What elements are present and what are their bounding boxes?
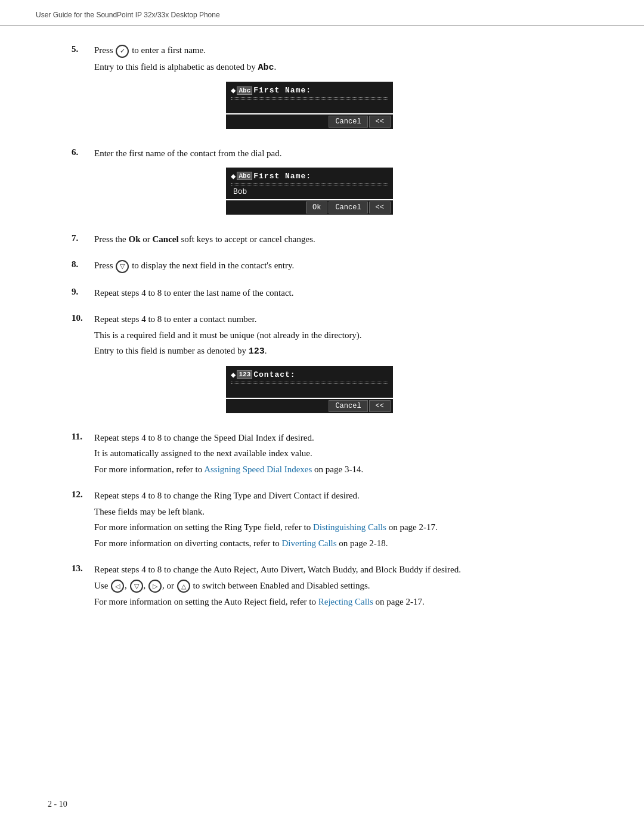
step-6: 6. Enter the first name of the contact f… [72,147,525,222]
step-11-sub2: For more information, refer to Assigning… [94,463,525,476]
step-8-number: 8. [72,259,94,270]
step-12-sub3: For more information on diverting contac… [94,537,525,550]
softkeys-1: Cancel << [226,114,393,129]
screen-2: ◆ Abc First Name: Bob Ok Cancel << [94,168,525,215]
page-number: 2 - 10 [48,800,67,809]
step-12-sub1: These fields may be left blank. [94,505,525,519]
field-label-2: First Name: [253,172,311,181]
down-arrow-icon-1: ▽ [116,260,129,273]
step-11-text: Repeat steps 4 to 8 to change the Speed … [94,431,525,445]
step-12: 12. Repeat steps 4 to 8 to change the Ri… [72,489,525,552]
step-8-text: Press ▽ to display the next field in the… [94,259,525,273]
back-softkey-1[interactable]: << [369,116,391,128]
assigning-speed-dial-link[interactable]: Assigning Speed Dial Indexes [204,465,312,474]
ok-softkey[interactable]: Ok [306,202,327,213]
diverting-calls-link[interactable]: Diverting Calls [282,538,337,548]
checkmark-icon: ✓ [116,45,129,58]
step-6-text: Enter the first name of the contact from… [94,147,525,160]
step-5: 5. Press ✓ to enter a first name. Entry … [72,44,525,136]
page-header: User Guide for the SoundPoint IP 32x/33x… [0,0,644,26]
step-12-text: Repeat steps 4 to 8 to change the Ring T… [94,489,525,503]
header-title: User Guide for the SoundPoint IP 32x/33x… [36,11,220,19]
step-9-number: 9. [72,286,94,297]
down-arrow-icon-2: ▽ [130,580,143,593]
step-13-number: 13. [72,563,94,574]
step-8: 8. Press ▽ to display the next field in … [72,259,525,275]
step-12-sub2: For more information on setting the Ring… [94,521,525,534]
softkeys-3: Cancel << [226,399,393,413]
step-9: 9. Repeat steps 4 to 8 to enter the last… [72,286,525,302]
back-softkey-3[interactable]: << [369,400,391,412]
step-10-text: Repeat steps 4 to 8 to enter a contact n… [94,312,525,326]
diamond-icon-2: ◆ [231,171,236,181]
step-10-number: 10. [72,312,94,323]
step-5-text: Press ✓ to enter a first name. [94,44,525,58]
field-value-1 [231,101,388,111]
abc-indicator: Abc [258,63,274,73]
diamond-icon-3: ◆ [231,370,236,380]
left-arrow-icon: ◁ [111,580,124,593]
step-13-sub2: For more information on setting the Auto… [94,595,525,609]
phone-display-2: ◆ Abc First Name: Bob [226,168,393,199]
step-11-number: 11. [72,431,94,442]
step-10-sub1: This is a required field and it must be … [94,329,525,342]
step-10: 10. Repeat steps 4 to 8 to enter a conta… [72,312,525,420]
back-softkey-2[interactable]: << [369,202,391,213]
field-value-3 [231,385,388,395]
screen-1: ◆ Abc First Name: Cancel << [94,82,525,129]
up-arrow-icon: △ [177,580,190,593]
num-tag-3: 123 [237,370,252,379]
field-value-2: Bob [231,187,388,197]
screen-3: ◆ 123 Contact: Cancel << [94,366,525,413]
softkeys-2: Ok Cancel << [226,200,393,215]
step-11: 11. Repeat steps 4 to 8 to change the Sp… [72,431,525,479]
step-9-text: Repeat steps 4 to 8 to enter the last na… [94,286,525,300]
rejecting-calls-link[interactable]: Rejecting Calls [318,597,373,606]
step-13-sub1: Use ◁, ▽, ▷, or △ to switch between Enab… [94,579,525,593]
field-label-3: Contact: [253,370,295,379]
step-5-subtext: Entry to this field is alphabetic as den… [94,60,525,75]
num-indicator: 123 [249,346,265,357]
cancel-softkey-1[interactable]: Cancel [329,116,367,128]
field-label-1: First Name: [253,86,311,95]
step-6-number: 6. [72,147,94,157]
step-11-sub1: It is automatically assigned to the next… [94,447,525,460]
step-12-number: 12. [72,489,94,500]
step-13: 13. Repeat steps 4 to 8 to change the Au… [72,563,525,611]
diamond-icon-1: ◆ [231,85,236,95]
phone-display-1: ◆ Abc First Name: [226,82,393,113]
step-5-number: 5. [72,44,94,54]
cancel-softkey-2[interactable]: Cancel [329,202,367,213]
distinguishing-calls-link[interactable]: Distinguishing Calls [313,522,386,532]
right-arrow-icon: ▷ [148,580,162,593]
step-10-sub2: Entry to this field is number as denoted… [94,344,525,359]
phone-display-3: ◆ 123 Contact: [226,366,393,398]
step-13-text: Repeat steps 4 to 8 to change the Auto R… [94,563,525,577]
step-7: 7. Press the Ok or Cancel soft keys to a… [72,233,525,249]
step-7-number: 7. [72,233,94,243]
abc-tag-2: Abc [237,172,252,180]
abc-tag-1: Abc [237,86,252,95]
cancel-softkey-3[interactable]: Cancel [329,400,367,412]
step-7-text: Press the Ok or Cancel soft keys to acce… [94,233,525,246]
